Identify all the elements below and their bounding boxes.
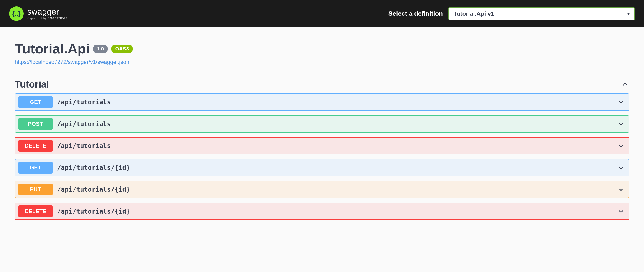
swagger-logo-icon: {..} [9,6,24,21]
spec-url-link[interactable]: https://localhost:7272/swagger/v1/swagge… [15,59,129,65]
method-badge: GET [18,96,52,108]
operation-row[interactable]: GET/api/tutorials [15,93,629,111]
operation-row[interactable]: GET/api/tutorials/{id} [15,159,629,176]
definition-select[interactable]: Tutorial.Api v1 [448,7,635,20]
operation-path: /api/tutorials/{id} [57,186,616,193]
topbar: {..} swagger Supported by SMARTBEAR Sele… [0,0,644,27]
api-info: Tutorial.Api 1.0 OAS3 https://localhost:… [10,27,634,72]
chevron-down-icon[interactable] [616,141,626,150]
method-badge: DELETE [18,140,52,152]
definition-selector-group: Select a definition Tutorial.Api v1 [388,7,635,20]
operation-row[interactable]: DELETE/api/tutorials [15,137,629,154]
tag-section: Tutorial GET/api/tutorialsPOST/api/tutor… [10,72,634,225]
method-badge: DELETE [18,205,52,217]
tag-header[interactable]: Tutorial [15,79,629,93]
operation-path: /api/tutorials/{id} [57,164,616,172]
logo-text: swagger [27,8,68,16]
method-badge: GET [18,162,52,174]
operation-path: /api/tutorials [57,120,616,128]
chevron-down-icon[interactable] [616,98,626,107]
chevron-down-icon[interactable] [616,119,626,128]
chevron-down-icon[interactable] [616,185,626,194]
tag-name: Tutorial [15,79,49,90]
chevron-up-icon [621,80,629,88]
logo-subtext: Supported by SMARTBEAR [27,16,68,20]
operation-path: /api/tutorials [57,142,616,150]
swagger-logo[interactable]: {..} swagger Supported by SMARTBEAR [9,6,68,21]
api-title: Tutorial.Api [15,41,90,57]
operation-path: /api/tutorials/{id} [57,208,616,215]
version-badge: 1.0 [93,44,108,53]
method-badge: PUT [18,184,52,195]
oas-badge: OAS3 [111,44,133,53]
chevron-down-icon[interactable] [616,207,626,216]
chevron-down-icon[interactable] [616,163,626,172]
operation-row[interactable]: POST/api/tutorials [15,115,629,133]
operation-row[interactable]: PUT/api/tutorials/{id} [15,181,629,198]
method-badge: POST [18,118,52,130]
operation-path: /api/tutorials [57,98,616,106]
operation-row[interactable]: DELETE/api/tutorials/{id} [15,203,629,220]
definition-label: Select a definition [388,10,443,17]
